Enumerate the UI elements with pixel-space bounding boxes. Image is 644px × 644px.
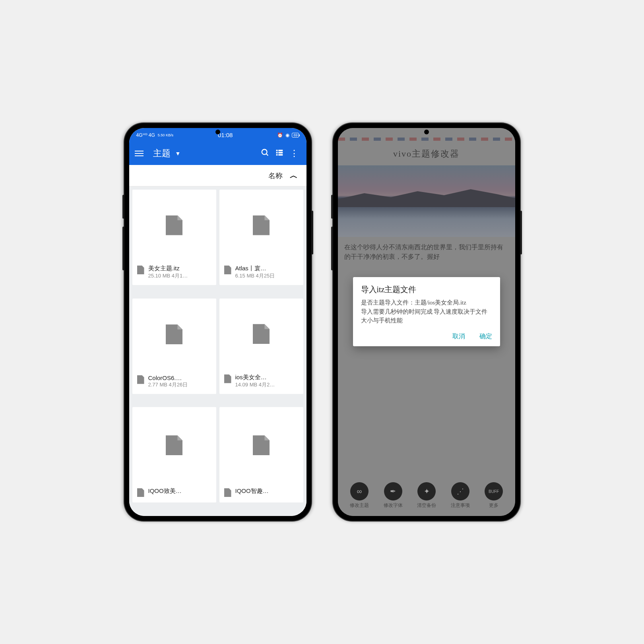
file-icon [224,266,231,274]
file-grid: 美女主题.itz 25.10 MB 4月1… Atlas丨寰… 6.15 MB … [129,186,306,516]
nav-theme[interactable]: ∞ 修改主题 [350,482,369,509]
svg-rect-6 [276,154,277,155]
file-card[interactable]: IQOO致美… [132,407,216,502]
file-icon [166,324,182,344]
file-icon [253,215,270,235]
file-icon [224,488,231,497]
dialog-title: 导入itz主题文件 [361,284,492,295]
cancel-button[interactable]: 取消 [452,332,465,341]
file-name: IQOO致美… [148,487,211,495]
infinity-icon: ∞ [350,482,369,500]
file-card[interactable]: ColorOS6.… 2.77 MB 4月26日 [132,299,216,394]
confirm-button[interactable]: 确定 [479,332,492,341]
camera-notch [215,130,220,134]
file-name: ios美女全… [235,374,299,381]
svg-rect-4 [276,152,277,153]
sort-bar[interactable]: 名称 ︿ [129,165,306,186]
file-card[interactable]: 美女主题.itz 25.10 MB 4月1… [132,190,216,285]
file-card[interactable]: Atlas丨寰… 6.15 MB 4月25日 [219,190,303,285]
alarm-icon: ⏰ [277,132,283,138]
sort-label: 名称 [268,171,283,180]
nav-notice[interactable]: ⋰ 注意事项 [451,482,470,509]
more-icon[interactable]: ⋮ [287,148,301,159]
file-icon [137,488,144,497]
file-name: ColorOS6.… [148,374,211,381]
speed-label: 5.50 KB/s [158,133,173,137]
file-icon [166,435,182,455]
svg-rect-2 [276,149,277,151]
menu-icon[interactable] [135,151,144,156]
phone-right: vivo主题修改器 在这个吵得人分不清东南西北的世界里，我们手里所持有的干干净净… [333,123,520,521]
file-icon [253,324,270,344]
file-card[interactable]: IQOO智趣… [219,407,303,502]
file-icon [137,375,144,384]
file-name: IQOO智趣… [235,487,299,495]
lines-icon: ⋰ [451,482,469,500]
dialog-line: 是否主题导入文件：主题/ios美女全局.itz [361,298,492,307]
file-icon [137,266,144,274]
file-name: 美女主题.itz [148,265,211,272]
wifi-icon: ◉ [285,132,289,138]
file-info: 6.15 MB 4月25日 [235,272,299,279]
sort-arrow-icon[interactable]: ︿ [290,170,298,181]
svg-rect-7 [278,154,283,155]
app-title[interactable]: 主题 [153,147,171,159]
bottom-nav: ∞ 修改主题 ✒ 修改字体 ✦ 清空备份 ⋰ 注意事项 BUFF 更多 [338,482,515,509]
star-icon: ✦ [417,482,436,500]
nav-font[interactable]: ✒ 修改字体 [384,482,403,509]
svg-rect-5 [278,152,283,153]
svg-line-1 [266,153,268,155]
file-info: 2.77 MB 4月26日 [148,381,211,388]
dialog-line: 导入需要几秒钟的时间完成 导入速度取决于文件大小与手机性能 [361,307,492,325]
file-info: 25.10 MB 4月1… [148,272,211,279]
svg-rect-3 [278,149,283,151]
file-icon [253,435,270,455]
svg-point-0 [262,149,267,154]
pen-icon: ✒ [384,482,402,500]
camera-notch [424,130,429,134]
chevron-down-icon[interactable]: ▼ [175,150,181,157]
app-bar: 主题 ▼ ⋮ [129,142,306,165]
nav-more[interactable]: BUFF 更多 [485,482,503,509]
import-dialog: 导入itz主题文件 是否主题导入文件：主题/ios美女全局.itz 导入需要几秒… [353,277,500,346]
file-info: 14.09 MB 4月2… [235,381,299,388]
battery-icon: 69 [292,133,299,138]
file-icon [166,215,182,235]
search-icon[interactable] [258,148,272,159]
file-card[interactable]: ios美女全… 14.09 MB 4月2… [219,299,303,394]
network-label: 4Gᴴᴰ 4G [136,132,155,138]
file-name: Atlas丨寰… [235,265,299,272]
nav-clear[interactable]: ✦ 清空备份 [417,482,436,509]
view-list-icon[interactable] [272,148,287,159]
clock: 01:08 [218,132,233,138]
file-icon [224,374,231,383]
buff-icon: BUFF [485,482,503,500]
phone-left: 4Gᴴᴰ 4G 5.50 KB/s 01:08 ⏰ ◉ 69 主题 ▼ ⋮ [124,123,311,521]
